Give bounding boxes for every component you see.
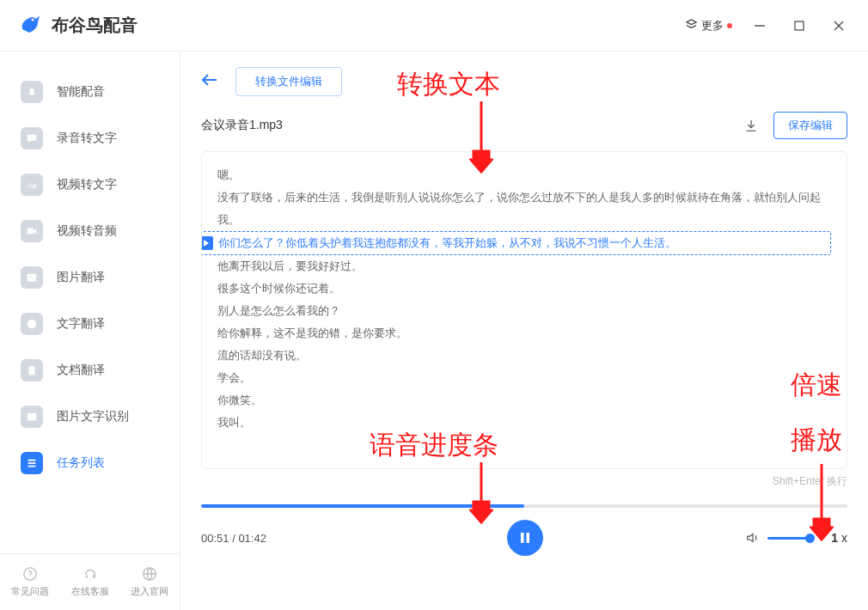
speech-bubble-icon xyxy=(21,127,43,149)
svg-text:Aa: Aa xyxy=(28,181,37,190)
transcript-line[interactable]: 嗯。 xyxy=(217,164,831,186)
svg-point-0 xyxy=(32,18,34,21)
nav-item-video-to-text[interactable]: Aa 视频转文字 xyxy=(0,162,180,208)
main-content: 转换文件编辑 会议录音1.mp3 保存编辑 嗯。 没有了联络，后来的生活，我倒是… xyxy=(180,52,868,610)
app-logo: 布谷鸟配音 xyxy=(17,10,138,41)
volume-control[interactable] xyxy=(745,530,810,546)
transcript-line[interactable]: 给你解释，这不是我的错，是你要求。 xyxy=(217,322,831,345)
footer-support[interactable]: 在线客服 xyxy=(60,561,120,603)
sidebar-footer: 常见问题 在线客服 进入官网 xyxy=(0,553,180,610)
file-name: 会议录音1.mp3 xyxy=(201,118,283,133)
translate-icon xyxy=(21,313,43,335)
notification-dot-icon xyxy=(727,23,732,28)
download-button[interactable] xyxy=(739,113,763,137)
transcript-line[interactable]: 他离开我以后，要我好好过。 xyxy=(217,255,831,278)
edit-mode-button[interactable]: 转换文件编辑 xyxy=(235,67,342,96)
nav-item-smart-dub[interactable]: 智能配音 xyxy=(0,69,180,115)
help-icon xyxy=(22,566,38,582)
transcript-line[interactable]: 你微笑。 xyxy=(217,389,831,412)
transcript-line[interactable]: 学会。 xyxy=(217,367,831,389)
more-button[interactable]: 更多 xyxy=(685,18,732,34)
ocr-icon xyxy=(21,406,43,428)
transcript-line[interactable]: 流的话却没有说。 xyxy=(217,345,831,367)
back-button[interactable] xyxy=(201,73,218,90)
transcript-line[interactable]: 没有了联络，后来的生活，我倒是听别人说说你怎么了，说你怎么过放不下的人是我人多的… xyxy=(217,186,831,231)
nav-item-task-list[interactable]: 任务列表 xyxy=(0,440,180,486)
svg-rect-15 xyxy=(526,533,529,543)
nav-item-audio-to-text[interactable]: 录音转文字 xyxy=(0,115,180,162)
titlebar: 布谷鸟配音 更多 xyxy=(0,0,868,52)
list-icon xyxy=(21,452,43,474)
sidebar: 智能配音 录音转文字 Aa 视频转文字 视频转音频 图片翻译 文字翻译 xyxy=(0,52,180,610)
volume-slider[interactable] xyxy=(767,537,810,540)
transcript-box[interactable]: 嗯。 没有了联络，后来的生活，我倒是听别人说说你怎么了，说你怎么过放不下的人是我… xyxy=(201,151,847,469)
text-aa-icon: Aa xyxy=(21,174,43,196)
nav-list: 智能配音 录音转文字 Aa 视频转文字 视频转音频 图片翻译 文字翻译 xyxy=(0,52,180,553)
nav-item-image-translate[interactable]: 图片翻译 xyxy=(0,254,180,301)
image-icon xyxy=(21,266,43,289)
headset-icon xyxy=(83,566,98,582)
audio-player: 00:51 / 01:42 1 x xyxy=(201,504,847,566)
svg-rect-2 xyxy=(795,21,804,30)
footer-website[interactable]: 进入官网 xyxy=(119,561,180,603)
progress-fill xyxy=(201,504,524,508)
playback-time: 00:51 / 01:42 xyxy=(201,532,304,545)
footer-faq[interactable]: 常见问题 xyxy=(0,561,60,603)
transcript-line[interactable]: 别人是怎么怎么看我的？ xyxy=(217,300,831,322)
nav-item-text-translate[interactable]: 文字翻译 xyxy=(0,301,180,347)
mic-icon xyxy=(21,81,43,103)
progress-bar[interactable] xyxy=(201,504,847,508)
window-minimize-button[interactable] xyxy=(748,14,772,38)
play-pause-button[interactable] xyxy=(507,520,543,556)
shortcut-hint: Shift+Enter 换行 xyxy=(201,474,847,489)
nav-item-doc-translate[interactable]: 文档翻译 xyxy=(0,347,180,393)
svg-rect-14 xyxy=(521,533,524,543)
window-maximize-button[interactable] xyxy=(787,14,811,38)
playback-speed[interactable]: 1 x xyxy=(831,531,847,545)
bird-logo-icon xyxy=(17,10,45,41)
pause-icon xyxy=(518,531,532,545)
transcript-line[interactable]: 很多这个时候你还记着。 xyxy=(217,278,831,300)
svg-rect-7 xyxy=(28,229,34,235)
globe-icon xyxy=(142,566,157,582)
transcript-line[interactable]: 我叫。 xyxy=(217,412,831,434)
transcript-line-current[interactable]: 你们怎么了？你低着头护着我连抱怨都没有，等我开始躲，从不对，我说不习惯一个人生活… xyxy=(201,231,831,255)
window-close-button[interactable] xyxy=(827,14,851,38)
nav-item-ocr[interactable]: 图片文字识别 xyxy=(0,393,180,440)
svg-rect-8 xyxy=(28,274,37,282)
layers-icon xyxy=(685,18,698,34)
svg-point-9 xyxy=(29,276,31,278)
svg-point-10 xyxy=(28,320,37,329)
app-title: 布谷鸟配音 xyxy=(52,14,138,37)
nav-item-video-to-audio[interactable]: 视频转音频 xyxy=(0,208,180,254)
line-play-icon[interactable] xyxy=(201,236,213,250)
speaker-icon xyxy=(745,530,761,546)
document-icon xyxy=(21,359,43,381)
video-icon xyxy=(21,220,43,242)
svg-rect-11 xyxy=(28,413,37,421)
save-edit-button[interactable]: 保存编辑 xyxy=(773,112,847,139)
